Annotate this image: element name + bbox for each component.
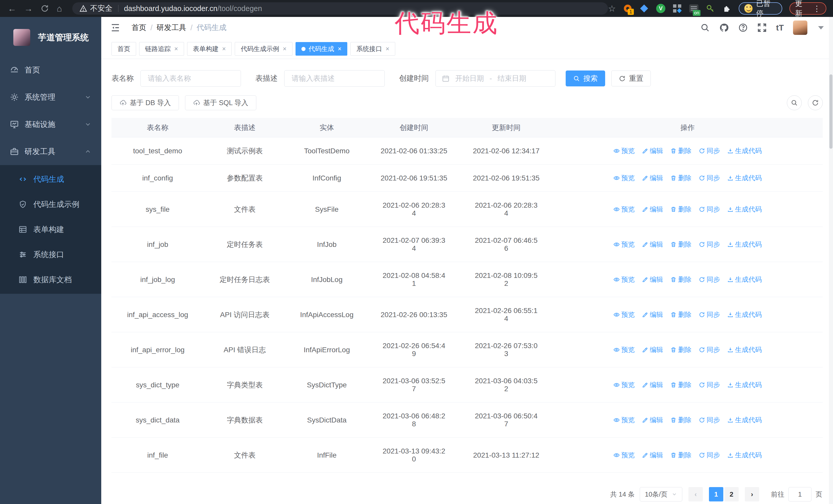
action-生成代码[interactable]: 生成代码 bbox=[727, 275, 762, 284]
extension-grid-icon[interactable] bbox=[672, 4, 682, 13]
font-size-icon[interactable]: tT bbox=[776, 23, 784, 32]
action-编辑[interactable]: 编辑 bbox=[642, 205, 663, 213]
close-icon[interactable]: × bbox=[174, 45, 178, 52]
breadcrumb-home[interactable]: 首页 bbox=[132, 23, 146, 33]
action-预览[interactable]: 预览 bbox=[613, 311, 635, 319]
action-编辑[interactable]: 编辑 bbox=[642, 147, 663, 155]
sidebar-item-首页[interactable]: 首页 bbox=[0, 56, 101, 83]
sidebar-item-系统管理[interactable]: 系统管理 bbox=[0, 83, 101, 111]
extension-green-icon[interactable]: V bbox=[656, 4, 665, 13]
close-icon[interactable]: × bbox=[222, 45, 226, 52]
action-删除[interactable]: 删除 bbox=[670, 451, 691, 459]
action-编辑[interactable]: 编辑 bbox=[642, 346, 663, 354]
action-生成代码[interactable]: 生成代码 bbox=[727, 174, 762, 182]
sidebar-subitem-数据库文档[interactable]: 数据库文档 bbox=[0, 267, 101, 292]
close-icon[interactable]: × bbox=[338, 45, 342, 52]
extension-puzzle-icon[interactable] bbox=[722, 4, 731, 13]
action-同步[interactable]: 同步 bbox=[699, 381, 720, 389]
import-sql-button[interactable]: 基于 SQL 导入 bbox=[185, 95, 256, 110]
action-生成代码[interactable]: 生成代码 bbox=[727, 240, 762, 248]
page-button-1[interactable]: 1 bbox=[709, 487, 723, 501]
action-预览[interactable]: 预览 bbox=[613, 416, 635, 424]
action-删除[interactable]: 删除 bbox=[670, 381, 691, 389]
close-icon[interactable]: × bbox=[385, 45, 389, 52]
scrollbar-thumb[interactable] bbox=[829, 74, 832, 149]
goto-page-input[interactable] bbox=[788, 487, 811, 501]
action-同步[interactable]: 同步 bbox=[699, 311, 720, 319]
tab-代码生成示例[interactable]: 代码生成示例 × bbox=[235, 42, 292, 56]
action-预览[interactable]: 预览 bbox=[613, 174, 635, 182]
action-删除[interactable]: 删除 bbox=[670, 147, 691, 155]
sidebar-item-研发工具[interactable]: 研发工具 bbox=[0, 138, 101, 165]
sidebar-subitem-表单构建[interactable]: 表单构建 bbox=[0, 217, 101, 242]
action-生成代码[interactable]: 生成代码 bbox=[727, 205, 762, 213]
extension-switch-icon[interactable]: on bbox=[689, 4, 698, 13]
security-label[interactable]: 不安全 bbox=[90, 3, 113, 14]
extension-orange-icon[interactable]: 1 bbox=[623, 4, 632, 13]
page-size-select[interactable]: 10条/页 bbox=[640, 487, 682, 501]
address-bar[interactable]: 不安全 dashboard.yudao.iocoder.cn /tool/cod… bbox=[72, 2, 608, 15]
action-预览[interactable]: 预览 bbox=[613, 275, 635, 284]
sidebar-item-基础设施[interactable]: 基础设施 bbox=[0, 111, 101, 138]
action-编辑[interactable]: 编辑 bbox=[642, 416, 663, 424]
sidebar-subitem-代码生成[interactable]: 代码生成 bbox=[0, 167, 101, 192]
action-生成代码[interactable]: 生成代码 bbox=[727, 416, 762, 424]
action-编辑[interactable]: 编辑 bbox=[642, 381, 663, 389]
extension-diamond-icon[interactable] bbox=[640, 4, 649, 13]
action-删除[interactable]: 删除 bbox=[670, 275, 691, 284]
action-删除[interactable]: 删除 bbox=[670, 240, 691, 248]
reset-button[interactable]: 重置 bbox=[611, 71, 651, 87]
table-desc-input[interactable] bbox=[284, 70, 385, 87]
help-icon[interactable] bbox=[738, 23, 748, 32]
action-生成代码[interactable]: 生成代码 bbox=[727, 147, 762, 155]
page-scrollbar[interactable] bbox=[829, 17, 833, 504]
action-编辑[interactable]: 编辑 bbox=[642, 174, 663, 182]
page-button-2[interactable]: 2 bbox=[724, 487, 739, 501]
browser-forward-icon[interactable]: → bbox=[24, 0, 33, 17]
browser-back-icon[interactable]: ← bbox=[8, 0, 17, 17]
tab-表单构建[interactable]: 表单构建 × bbox=[187, 42, 232, 56]
action-编辑[interactable]: 编辑 bbox=[642, 275, 663, 284]
import-db-button[interactable]: 基于 DB 导入 bbox=[112, 95, 179, 110]
action-预览[interactable]: 预览 bbox=[613, 205, 635, 213]
chrome-update-pill[interactable]: 更新⋮ bbox=[789, 2, 826, 15]
action-生成代码[interactable]: 生成代码 bbox=[727, 311, 762, 319]
extension-key-icon[interactable] bbox=[706, 4, 715, 13]
profile-paused-pill[interactable]: 已暂停 bbox=[739, 2, 783, 15]
tab-系统接口[interactable]: 系统接口 × bbox=[350, 42, 395, 56]
action-删除[interactable]: 删除 bbox=[670, 311, 691, 319]
action-同步[interactable]: 同步 bbox=[699, 240, 720, 248]
browser-home-icon[interactable]: ⌂ bbox=[57, 0, 62, 17]
action-删除[interactable]: 删除 bbox=[670, 416, 691, 424]
fullscreen-icon[interactable] bbox=[757, 23, 767, 32]
action-预览[interactable]: 预览 bbox=[613, 346, 635, 354]
tab-代码生成[interactable]: 代码生成 × bbox=[295, 42, 348, 56]
action-同步[interactable]: 同步 bbox=[699, 275, 720, 284]
action-删除[interactable]: 删除 bbox=[670, 205, 691, 213]
browser-menu-icon[interactable]: ⋮ bbox=[813, 4, 821, 13]
action-同步[interactable]: 同步 bbox=[699, 147, 720, 155]
action-同步[interactable]: 同步 bbox=[699, 346, 720, 354]
action-同步[interactable]: 同步 bbox=[699, 205, 720, 213]
action-编辑[interactable]: 编辑 bbox=[642, 311, 663, 319]
action-删除[interactable]: 删除 bbox=[670, 174, 691, 182]
prev-page-button[interactable]: ‹ bbox=[688, 487, 703, 501]
action-编辑[interactable]: 编辑 bbox=[642, 240, 663, 248]
action-预览[interactable]: 预览 bbox=[613, 381, 635, 389]
close-icon[interactable]: × bbox=[283, 45, 287, 52]
next-page-button[interactable]: › bbox=[745, 487, 759, 501]
browser-reload-icon[interactable] bbox=[41, 4, 49, 13]
action-同步[interactable]: 同步 bbox=[699, 416, 720, 424]
date-range-picker[interactable]: 开始日期 - 结束日期 bbox=[435, 70, 555, 87]
tab-链路追踪[interactable]: 链路追踪 × bbox=[139, 42, 184, 56]
action-删除[interactable]: 删除 bbox=[670, 346, 691, 354]
user-avatar[interactable] bbox=[793, 21, 807, 35]
action-预览[interactable]: 预览 bbox=[613, 147, 635, 155]
user-caret-icon[interactable] bbox=[818, 26, 824, 29]
sidebar-collapse-icon[interactable] bbox=[110, 22, 121, 33]
bookmark-star-icon[interactable]: ☆ bbox=[608, 3, 616, 14]
sidebar-subitem-代码生成示例[interactable]: 代码生成示例 bbox=[0, 192, 101, 217]
app-logo[interactable]: 芋道管理系统 bbox=[0, 17, 101, 50]
search-icon[interactable] bbox=[700, 23, 710, 32]
breadcrumb-tools[interactable]: 研发工具 bbox=[157, 23, 186, 33]
